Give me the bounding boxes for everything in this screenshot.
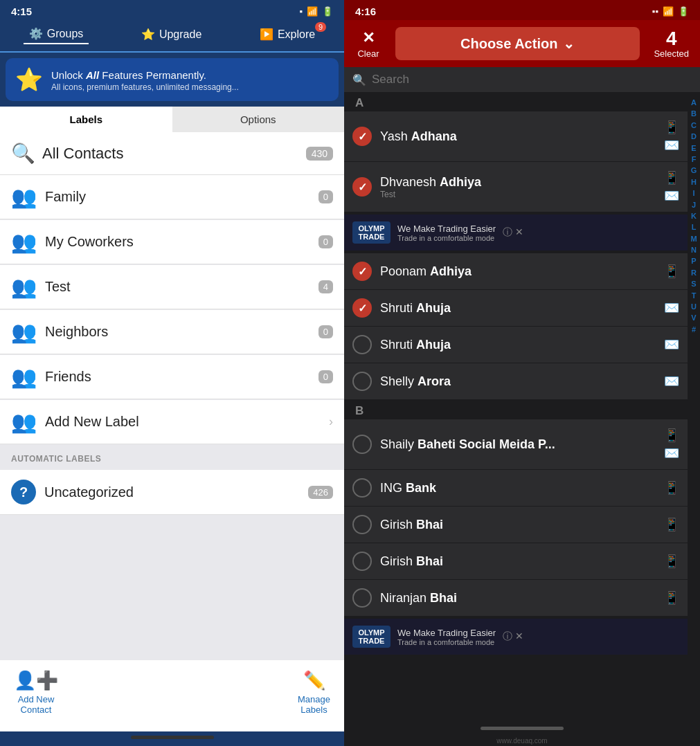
- tab-labels[interactable]: Labels: [0, 107, 172, 132]
- group-item-test[interactable]: 👥 Test 4: [0, 265, 344, 309]
- group-item-family[interactable]: 👥 Family 0: [0, 175, 344, 219]
- upgrade-icon: ⭐: [141, 28, 155, 41]
- alpha-k[interactable]: K: [691, 211, 697, 221]
- alpha-f[interactable]: F: [692, 154, 697, 165]
- promo-banner[interactable]: ⭐ Unlock All Features Permanently. All i…: [6, 58, 339, 101]
- group-item-coworkers[interactable]: 👥 My Coworkers 0: [0, 220, 344, 264]
- group-item-neighbors[interactable]: 👥 Neighbors 0: [0, 310, 344, 354]
- add-contact-icon: 👤➕: [14, 670, 58, 691]
- contacts-area: A ✓ Yash Adhana 📱 ✉️ ✓ Dhvanesh Adhiya T…: [344, 92, 700, 722]
- manage-labels-action[interactable]: ✏️ ManageLabels: [298, 670, 330, 715]
- group-item-add-label[interactable]: 👥 Add New Label ›: [0, 400, 344, 444]
- checkmark-icon: ✓: [358, 302, 367, 315]
- search-input[interactable]: [372, 73, 692, 87]
- alpha-p[interactable]: P: [691, 256, 696, 266]
- alpha-s[interactable]: S: [691, 279, 696, 289]
- alpha-hash[interactable]: #: [692, 325, 696, 335]
- checkbox-ing[interactable]: [352, 478, 372, 498]
- contact-info-girish1: Girish Bhai: [380, 518, 656, 532]
- tab-options[interactable]: Options: [172, 107, 345, 132]
- ad-banner-1[interactable]: OLYMPTRADE We Make Trading Easier Trade …: [344, 215, 688, 251]
- alphabet-index[interactable]: A B C D E F G H I J K L M N P R S T U V …: [688, 92, 700, 722]
- battery-icon-right: 🔋: [678, 6, 689, 17]
- group-icon-coworkers: 👥: [11, 230, 37, 254]
- checkbox-shelly[interactable]: [352, 372, 372, 391]
- contact-info-shruti1: Shruti Ahuja: [380, 301, 656, 316]
- alpha-l[interactable]: L: [692, 222, 697, 233]
- checkbox-poonam[interactable]: ✓: [352, 262, 372, 281]
- search-bar[interactable]: 🔍: [344, 67, 700, 92]
- contact-row-shruti1[interactable]: ✓ Shruti Ahuja ✉️: [344, 290, 688, 326]
- alpha-n[interactable]: N: [691, 245, 697, 255]
- all-contacts-row[interactable]: 🔍 All Contacts 430: [0, 132, 344, 175]
- contact-icons-dhvanesh: 📱 ✉️: [664, 170, 679, 203]
- checkbox-girish2[interactable]: [352, 552, 372, 571]
- contact-row-shelly[interactable]: Shelly Arora ✉️: [344, 363, 688, 399]
- alpha-u[interactable]: U: [691, 302, 697, 312]
- alpha-a[interactable]: A: [691, 98, 697, 108]
- contact-row-girish1[interactable]: Girish Bhai 📱: [344, 507, 688, 543]
- alpha-t[interactable]: T: [692, 291, 697, 301]
- contact-name-shaily: Shaily Baheti Social Meida P...: [380, 437, 656, 452]
- uncategorized-count: 426: [308, 486, 333, 499]
- checkbox-girish1[interactable]: [352, 515, 372, 534]
- choose-action-text: Choose Action: [460, 36, 557, 52]
- checkbox-shruti1[interactable]: ✓: [352, 298, 372, 318]
- uncategorized-item[interactable]: ? Uncategorized 426: [0, 470, 344, 515]
- alpha-e[interactable]: E: [691, 143, 696, 154]
- contact-row-yash[interactable]: ✓ Yash Adhana 📱 ✉️: [344, 111, 688, 161]
- promo-star-icon: ⭐: [15, 66, 43, 93]
- ad-sub-1: Trade in a comfortable mode: [397, 234, 496, 242]
- promo-content: Unlock All Features Permanently. All ico…: [51, 68, 239, 92]
- alpha-b[interactable]: B: [691, 109, 697, 119]
- explore-label: Explore: [278, 28, 315, 41]
- alpha-v[interactable]: V: [691, 313, 696, 323]
- contact-info-niranjan: Niranjan Bhai: [380, 591, 656, 606]
- contact-icons-girish1: 📱: [664, 517, 679, 532]
- contact-row-shruti2[interactable]: Shruti Ahuja ✉️: [344, 327, 688, 363]
- group-item-friends[interactable]: 👥 Friends 0: [0, 355, 344, 399]
- alpha-j[interactable]: J: [692, 200, 696, 210]
- signal-icon-right: ▪▪: [652, 6, 658, 17]
- contact-name-poonam: Poonam Adhiya: [380, 264, 656, 279]
- contact-row-shaily[interactable]: Shaily Baheti Social Meida P... 📱 ✉️: [344, 419, 688, 469]
- uncategorized-label: Uncategorized: [44, 484, 300, 500]
- ad-close-2[interactable]: ⓘ ✕: [503, 630, 523, 643]
- selected-count-area: 4 Selected: [643, 29, 700, 59]
- add-contact-action[interactable]: 👤➕ Add NewContact: [14, 670, 58, 715]
- checkbox-shruti2[interactable]: [352, 335, 372, 354]
- tab-bar: Labels Options: [0, 107, 344, 132]
- contact-row-poonam[interactable]: ✓ Poonam Adhiya 📱: [344, 253, 688, 289]
- contact-row-girish2[interactable]: Girish Bhai 📱: [344, 543, 688, 579]
- checkbox-shaily[interactable]: [352, 435, 372, 454]
- alpha-m[interactable]: M: [690, 234, 697, 244]
- alpha-h[interactable]: H: [691, 177, 697, 188]
- alpha-i[interactable]: I: [692, 188, 694, 199]
- alpha-r[interactable]: R: [691, 268, 697, 278]
- checkbox-niranjan[interactable]: [352, 588, 372, 608]
- nav-groups[interactable]: ⚙️ Groups: [24, 24, 89, 44]
- checkbox-yash[interactable]: ✓: [352, 127, 372, 146]
- ad-banner-2[interactable]: OLYMPTRADE We Make Trading Easier Trade …: [344, 619, 688, 655]
- selected-number: 4: [654, 29, 689, 48]
- contact-row-ing[interactable]: ING Bank 📱: [344, 470, 688, 506]
- group-count-coworkers: 0: [318, 235, 333, 248]
- alpha-d[interactable]: D: [691, 131, 697, 142]
- clear-button[interactable]: ✕ Clear: [344, 29, 393, 59]
- nav-upgrade[interactable]: ⭐ Upgrade: [136, 25, 207, 44]
- group-count-test: 4: [318, 280, 333, 293]
- ad-close-1[interactable]: ⓘ ✕: [503, 226, 523, 239]
- checkbox-dhvanesh[interactable]: ✓: [352, 177, 372, 197]
- choose-action-button[interactable]: Choose Action ⌄: [395, 27, 640, 60]
- clear-label: Clear: [357, 48, 379, 59]
- clear-x-icon: ✕: [362, 29, 375, 47]
- nav-explore[interactable]: ▶️ Explore 9: [254, 25, 321, 44]
- alpha-g[interactable]: G: [691, 165, 697, 176]
- all-contacts-label: All Contacts: [42, 145, 299, 163]
- contact-info-girish2: Girish Bhai: [380, 554, 656, 569]
- contact-row-dhvanesh[interactable]: ✓ Dhvanesh Adhiya Test 📱 ✉️: [344, 162, 688, 212]
- alpha-c[interactable]: C: [691, 120, 697, 131]
- left-panel: 4:15 ▪ 📶 🔋 ⚙️ Groups ⭐ Upgrade ▶️ Explor…: [0, 0, 344, 746]
- contact-row-niranjan[interactable]: Niranjan Bhai 📱: [344, 580, 688, 616]
- status-icons-right: ▪▪ 📶 🔋: [652, 6, 689, 17]
